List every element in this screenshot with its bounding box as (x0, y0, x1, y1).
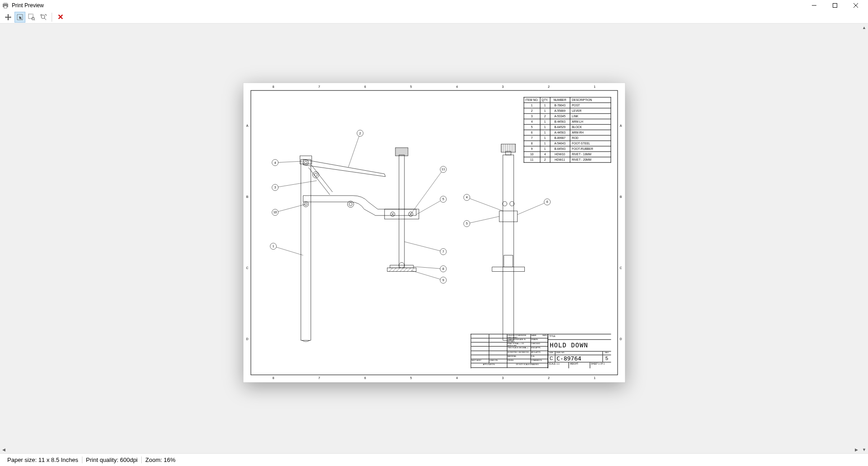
svg-line-69 (273, 246, 303, 255)
svg-point-20 (314, 173, 317, 176)
svg-line-70 (348, 133, 360, 167)
svg-line-71 (275, 180, 317, 187)
bom-cell-qty: 1 (540, 140, 550, 146)
bom-row: 51B-64529BLOCK (524, 124, 611, 130)
balloon-number: 5 (442, 197, 444, 201)
scroll-track-v[interactable] (860, 31, 868, 446)
scroll-down-arrow[interactable]: ▼ (860, 446, 868, 453)
bom-row: 61A-44563ARM-RH (524, 130, 611, 135)
close-button[interactable] (845, 0, 866, 11)
select-button[interactable] (14, 12, 25, 23)
bom-cell-desc: LEVER (570, 108, 611, 113)
bom-cell-item: 8 (524, 140, 540, 146)
svg-point-11 (41, 15, 45, 19)
svg-rect-2 (4, 6, 7, 8)
bom-row: 91B-64543FOOT-RUBBER (524, 146, 611, 151)
svg-rect-32 (399, 155, 404, 268)
ruler-mark: 6 (342, 84, 388, 90)
pan-button[interactable] (3, 12, 14, 23)
preview-canvas[interactable]: 87654321 87654321 ABCD ABCD ITEM NO. QTY… (0, 24, 868, 453)
svg-rect-64 (499, 211, 517, 221)
ruler-mark: C (244, 232, 250, 303)
scroll-right-arrow[interactable]: ▶ (853, 446, 860, 453)
ruler-mark: 2 (526, 84, 571, 90)
ruler-mark: 5 (388, 375, 434, 381)
balloon-number: 3 (274, 186, 276, 189)
balloon-number: 2 (359, 131, 361, 135)
svg-line-76 (404, 241, 443, 251)
balloon-number: 1 (272, 245, 274, 248)
minimize-button[interactable] (804, 0, 825, 11)
bom-cell-number: B-64529 (550, 124, 570, 130)
ruler-mark: C (618, 232, 624, 303)
svg-rect-54 (505, 151, 511, 155)
ruler-mark: B (244, 161, 250, 232)
svg-rect-8 (29, 14, 33, 19)
bom-cell-number: B-44563 (550, 119, 570, 124)
bom-header-item: ITEM NO. (524, 97, 540, 102)
ruler-top: 87654321 (250, 84, 618, 90)
svg-line-12 (44, 18, 46, 20)
svg-line-46 (389, 268, 393, 271)
bom-cell-desc: POST (570, 102, 611, 108)
drawing-frame: ITEM NO. QTY. NUMBER DESCRIPTION 11B-786… (250, 90, 618, 375)
titlebar: Print Preview (0, 0, 868, 11)
scroll-left-arrow[interactable]: ◀ (0, 446, 8, 453)
bom-cell-item: 9 (524, 146, 540, 151)
bom-cell-item: 10 (524, 151, 540, 157)
zoom-window-button[interactable] (26, 12, 37, 23)
ruler-bottom: 87654321 (250, 375, 618, 381)
bom-cell-desc: RIVET - 20MM (570, 157, 611, 162)
ruler-mark: 7 (296, 375, 342, 381)
horizontal-scrollbar[interactable]: ◀ ▶ (0, 446, 860, 453)
svg-line-21 (311, 165, 332, 192)
svg-line-51 (407, 268, 411, 271)
balloon-number: 10 (273, 211, 277, 214)
close-preview-button[interactable]: ✕ (55, 12, 66, 23)
tb-title-label: TITLE (548, 334, 611, 340)
status-zoom: Zoom: 16% (142, 456, 179, 463)
ruler-mark: 7 (296, 84, 342, 90)
scroll-up-arrow[interactable]: ▲ (860, 24, 868, 31)
svg-line-73 (275, 204, 306, 212)
ruler-mark: 4 (434, 84, 480, 90)
bom-row: 41B-44563ARM-LH (524, 119, 611, 124)
ruler-mark: A (618, 90, 624, 161)
ruler-mark: 4 (434, 375, 480, 381)
bom-cell-qty: 4 (540, 151, 550, 157)
ruler-left: ABCD (244, 90, 250, 375)
bom-cell-item: 1 (524, 102, 540, 108)
svg-line-48 (396, 268, 400, 271)
bom-cell-qty: 1 (540, 119, 550, 124)
title-block: UNLESS OTHERWISE SPECIFIED: NAMEDATE DIM… (470, 334, 611, 368)
scroll-track-h[interactable] (8, 446, 853, 453)
balloon-number: 9 (442, 279, 444, 282)
svg-rect-4 (833, 4, 837, 8)
svg-rect-68 (504, 255, 513, 267)
balloon-number: 5 (465, 222, 467, 225)
svg-line-22 (308, 168, 330, 195)
bom-cell-number: A-53345 (550, 113, 570, 119)
bom-cell-item: 7 (524, 135, 540, 140)
balloon-number: 4 (274, 161, 276, 164)
maximize-button[interactable] (825, 0, 845, 11)
bom-cell-number: A-54643 (550, 140, 570, 146)
ruler-mark: 2 (526, 375, 571, 381)
bom-table: ITEM NO. QTY. NUMBER DESCRIPTION 11B-786… (523, 97, 611, 163)
ruler-right: ABCD (618, 90, 624, 375)
ruler-mark: 1 (572, 84, 618, 90)
svg-line-78 (412, 270, 443, 280)
bom-cell-qty: 1 (540, 146, 550, 151)
bom-cell-desc: ARM-LH (570, 119, 611, 124)
zoom-extents-button[interactable] (38, 12, 49, 23)
svg-line-81 (517, 202, 547, 214)
ruler-mark: A (244, 90, 250, 161)
bom-cell-number: A-55869 (550, 108, 570, 113)
bom-header-desc: DESCRIPTION (570, 97, 611, 102)
tb-rev: 5 (603, 355, 611, 362)
ruler-mark: 3 (480, 84, 526, 90)
bom-header-qty: QTY. (540, 97, 550, 102)
vertical-scrollbar[interactable]: ▲ ▼ (860, 24, 868, 453)
svg-point-15 (303, 160, 308, 165)
svg-rect-67 (492, 267, 524, 271)
